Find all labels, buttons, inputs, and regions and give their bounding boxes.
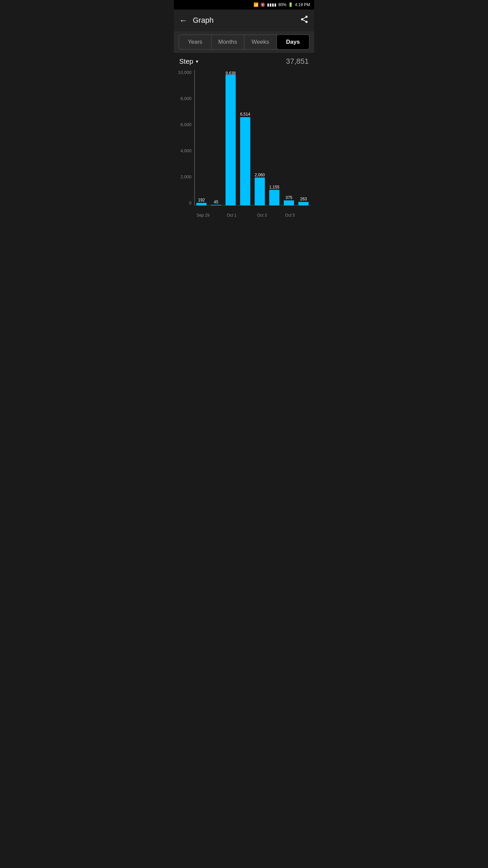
- metric-label: Step: [179, 58, 193, 65]
- bar-chart-svg: 192459,6386,5142,0601,155375263: [194, 70, 311, 205]
- signal-icon: ▮▮▮▮: [267, 2, 277, 7]
- metric-total-value: 37,851: [286, 57, 309, 66]
- y-label-6000: 6,000: [180, 122, 191, 127]
- tab-years[interactable]: Years: [179, 35, 211, 50]
- svg-rect-12: [284, 200, 294, 205]
- svg-text:263: 263: [300, 197, 307, 201]
- x-label-oct1: Oct 1: [227, 213, 237, 218]
- share-icon: [300, 15, 309, 24]
- svg-text:1,155: 1,155: [269, 185, 279, 190]
- tab-months[interactable]: Months: [211, 35, 244, 50]
- header: ← Graph: [174, 9, 314, 31]
- x-label-sep29: Sep 29: [197, 213, 209, 218]
- chart-area: 192459,6386,5142,0601,155375263 Sep 29 O…: [194, 70, 311, 219]
- battery-label: 80%: [278, 2, 286, 7]
- x-label-oct5: Oct 5: [285, 213, 295, 218]
- chart-container: 10,000 8,000 6,000 4,000 2,000 0 192459,…: [174, 70, 314, 219]
- svg-text:375: 375: [285, 195, 292, 200]
- svg-text:6,514: 6,514: [240, 112, 250, 117]
- svg-rect-8: [255, 178, 265, 205]
- svg-text:9,638: 9,638: [225, 71, 236, 76]
- svg-text:192: 192: [198, 198, 205, 202]
- tab-bar: Years Months Weeks Days: [174, 31, 314, 53]
- status-bar: 📶 🔇 ▮▮▮▮ 80% 🔋 4:19 PM: [174, 0, 314, 9]
- tab-weeks[interactable]: Weeks: [244, 35, 277, 50]
- back-button[interactable]: ←: [179, 16, 187, 24]
- svg-text:2,060: 2,060: [255, 173, 265, 177]
- metric-selector[interactable]: Step ▾: [179, 58, 198, 65]
- svg-rect-10: [269, 190, 279, 205]
- status-icons: 📶 🔇 ▮▮▮▮ 80% 🔋 4:19 PM: [253, 2, 310, 7]
- chart-svg-wrapper: 192459,6386,5142,0601,155375263: [194, 70, 311, 205]
- svg-rect-6: [240, 117, 250, 205]
- y-label-0: 0: [189, 200, 191, 205]
- header-left: ← Graph: [179, 16, 214, 25]
- tab-days[interactable]: Days: [277, 35, 309, 50]
- x-axis: Sep 29 Oct 1 Oct 3 Oct 5: [194, 205, 311, 219]
- y-label-8000: 8,000: [180, 96, 191, 101]
- battery-icon: 🔋: [288, 2, 293, 7]
- y-axis: 10,000 8,000 6,000 4,000 2,000 0: [174, 70, 194, 205]
- metric-row: Step ▾ 37,851: [174, 53, 314, 70]
- share-button[interactable]: [300, 15, 309, 26]
- x-label-oct3: Oct 3: [257, 213, 267, 218]
- svg-rect-14: [298, 202, 308, 205]
- svg-rect-0: [196, 203, 206, 205]
- y-label-2000: 2,000: [180, 174, 191, 179]
- y-label-10000: 10,000: [178, 70, 191, 75]
- time-label: 4:19 PM: [295, 2, 310, 7]
- mute-icon: 🔇: [260, 2, 265, 7]
- dropdown-icon: ▾: [196, 59, 198, 64]
- bluetooth-icon: 📶: [253, 2, 259, 7]
- y-label-4000: 4,000: [180, 148, 191, 153]
- page-title: Graph: [193, 16, 214, 25]
- svg-text:45: 45: [214, 200, 219, 204]
- svg-rect-4: [225, 75, 236, 205]
